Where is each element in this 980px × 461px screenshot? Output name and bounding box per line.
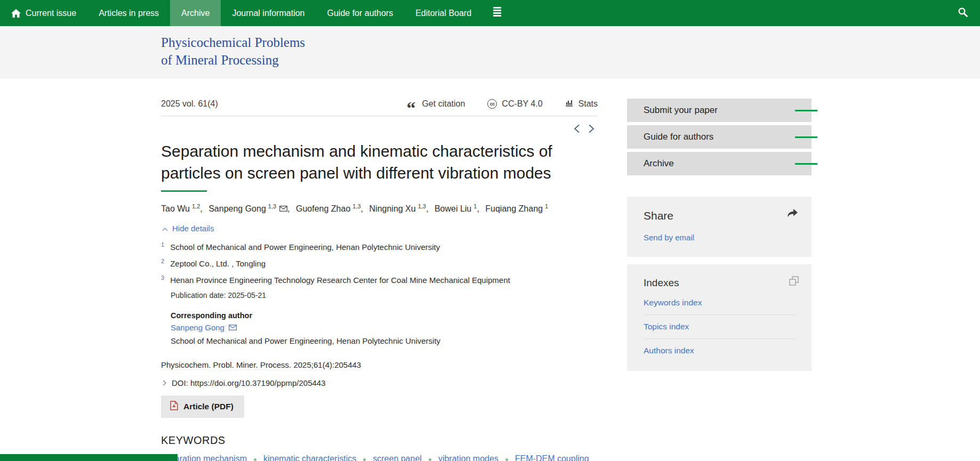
author: Tao Wu1,2, xyxy=(161,204,203,213)
nav-item-label: Archive xyxy=(181,9,210,18)
author-affiliation-sup: 1 xyxy=(545,203,548,209)
affiliation: 1School of Mechanical and Power Engineer… xyxy=(161,241,598,252)
title-accent-bar xyxy=(161,190,207,192)
article-pager xyxy=(161,124,595,134)
affiliation-number: 1 xyxy=(161,241,164,248)
author-name[interactable]: Sanpeng Gong xyxy=(208,204,266,213)
affiliation-text: Henan Province Engineering Technology Re… xyxy=(170,276,510,285)
sidebar-button-submit-your-paper[interactable]: Submit your paper xyxy=(627,99,812,122)
author-name[interactable]: Fuqiang Zhang xyxy=(485,204,543,213)
share-arrow-icon[interactable] xyxy=(786,208,799,220)
sidebar-button-archive[interactable]: Archive xyxy=(627,152,812,175)
menu-button[interactable] xyxy=(483,0,512,26)
affiliation: 2Zeptool Co., Ltd. , Tongling xyxy=(161,258,598,268)
bar-chart-icon xyxy=(565,99,574,109)
pdf-file-icon xyxy=(170,401,178,413)
corresponding-author-link[interactable]: Sanpeng Gong xyxy=(171,323,237,332)
indexes-box: Indexes Keywords index Topics index Auth… xyxy=(627,264,812,371)
search-icon xyxy=(958,7,968,20)
author: Fuqiang Zhang1 xyxy=(485,204,548,213)
keyword-link[interactable]: FEM-DEM coupling xyxy=(515,454,589,461)
indexes-title: Indexes xyxy=(644,277,797,289)
email-envelope-icon xyxy=(229,323,237,332)
footer-edge xyxy=(0,454,178,461)
affiliation: 3Henan Province Engineering Technology R… xyxy=(161,274,598,285)
article-details: Publication date: 2025-05-21 Correspondi… xyxy=(171,291,598,345)
send-by-email-link[interactable]: Send by email xyxy=(644,233,797,242)
nav-item-current-issue[interactable]: Current issue xyxy=(0,0,87,26)
author-name[interactable]: Tao Wu xyxy=(161,204,190,213)
author-name[interactable]: Ningning Xu xyxy=(369,204,416,213)
article-pdf-button[interactable]: Article (PDF) xyxy=(161,395,244,418)
author-name[interactable]: Guofeng Zhao xyxy=(296,204,350,213)
affiliation-number: 3 xyxy=(161,274,164,281)
nav-item-archive[interactable]: Archive xyxy=(170,0,221,26)
affiliation-text: Zeptool Co., Ltd. , Tongling xyxy=(170,259,266,268)
nav-item-label: Journal information xyxy=(232,9,304,18)
affiliation-text: School of Mechanical and Power Engineeri… xyxy=(170,242,440,252)
nav-item-label: Guide for authors xyxy=(327,9,393,18)
keyword-bullet xyxy=(429,458,431,461)
stats-label: Stats xyxy=(579,99,598,109)
article-meta-row: 2025 vol. 61(4) “ Get citation cc CC-BY … xyxy=(161,99,598,109)
author: Guofeng Zhao1,3, xyxy=(296,204,363,213)
article-title-line1: Separation mechanism and kinematic chara… xyxy=(161,142,552,160)
keywords-heading: KEYWORDS xyxy=(161,434,598,447)
keywords-index-link[interactable]: Keywords index xyxy=(644,291,797,314)
chevron-right-icon xyxy=(588,126,595,135)
citation-line: Physicochem. Probl. Miner. Process. 2025… xyxy=(161,360,598,369)
stats-button[interactable]: Stats xyxy=(565,99,598,109)
sidebar-button-label: Guide for authors xyxy=(644,132,713,142)
affiliation-number: 2 xyxy=(161,258,164,264)
get-citation-label: Get citation xyxy=(422,99,465,109)
pages-icon xyxy=(789,276,799,288)
keyword-bullet xyxy=(505,458,508,461)
indexes-list: Keywords index Topics index Authors inde… xyxy=(644,291,797,362)
quote-icon: “ xyxy=(406,100,417,108)
hide-details-toggle[interactable]: Hide details xyxy=(161,224,598,233)
authors-index-link[interactable]: Authors index xyxy=(644,339,797,362)
corresponding-author-name: Sanpeng Gong xyxy=(171,323,224,332)
nav-item-editorial-board[interactable]: Editorial Board xyxy=(404,0,483,26)
previous-article-button[interactable] xyxy=(574,124,580,134)
author-name[interactable]: Bowei Liu xyxy=(435,204,471,213)
divider xyxy=(161,116,598,116)
license-link[interactable]: cc CC-BY 4.0 xyxy=(487,99,542,109)
nav-item-label: Articles in press xyxy=(99,9,159,18)
corresponding-author-affiliation: School of Mechanical and Power Engineeri… xyxy=(171,336,598,345)
author-list: Tao Wu1,2, Sanpeng Gong1,3, Guofeng Zhao… xyxy=(161,203,598,214)
get-citation-button[interactable]: “ Get citation xyxy=(406,99,465,109)
author-affiliation-sup: 1,3 xyxy=(418,203,426,209)
keyword-link[interactable]: vibration modes xyxy=(438,454,499,461)
article-title-line2: particles on screen panel with different… xyxy=(161,164,551,182)
article-title: Separation mechanism and kinematic chara… xyxy=(161,140,598,184)
article-main: 2025 vol. 61(4) “ Get citation cc CC-BY … xyxy=(161,79,598,461)
share-title: Share xyxy=(644,209,797,222)
email-envelope-icon[interactable] xyxy=(279,204,287,213)
author-separator: , xyxy=(200,204,202,213)
keyword-link[interactable]: kinematic characteristics xyxy=(263,454,356,461)
chevron-left-icon xyxy=(574,126,580,135)
nav-item-guide-for-authors[interactable]: Guide for authors xyxy=(316,0,405,26)
issue-label: 2025 vol. 61(4) xyxy=(161,99,218,109)
doi-link[interactable]: DOI: https://doi.org/10.37190/ppmp/20544… xyxy=(172,378,326,387)
pdf-button-label: Article (PDF) xyxy=(183,402,234,411)
top-nav: Current issue Articles in press Archive … xyxy=(0,0,980,26)
cc-icon: cc xyxy=(487,99,497,109)
search-button[interactable] xyxy=(958,0,968,26)
topics-index-link[interactable]: Topics index xyxy=(644,315,797,338)
share-box: Share Send by email xyxy=(627,197,812,257)
next-article-button[interactable] xyxy=(588,124,595,134)
publication-date: Publication date: 2025-05-21 xyxy=(171,291,598,300)
nav-item-articles-in-press[interactable]: Articles in press xyxy=(87,0,170,26)
keyword-link[interactable]: screen panel xyxy=(373,454,422,461)
hamburger-icon xyxy=(493,7,501,19)
green-dash-accent xyxy=(795,110,817,111)
journal-title-line2: of Mineral Processing xyxy=(161,51,980,69)
author-affiliation-sup: 1,3 xyxy=(352,203,360,209)
nav-item-journal-information[interactable]: Journal information xyxy=(221,0,316,26)
sidebar-button-guide-for-authors[interactable]: Guide for authors xyxy=(627,125,812,149)
affiliation-list: 1School of Mechanical and Power Engineer… xyxy=(161,241,598,285)
journal-title[interactable]: Physicochemical Problems of Mineral Proc… xyxy=(0,26,980,69)
nav-item-label: Editorial Board xyxy=(415,9,471,18)
